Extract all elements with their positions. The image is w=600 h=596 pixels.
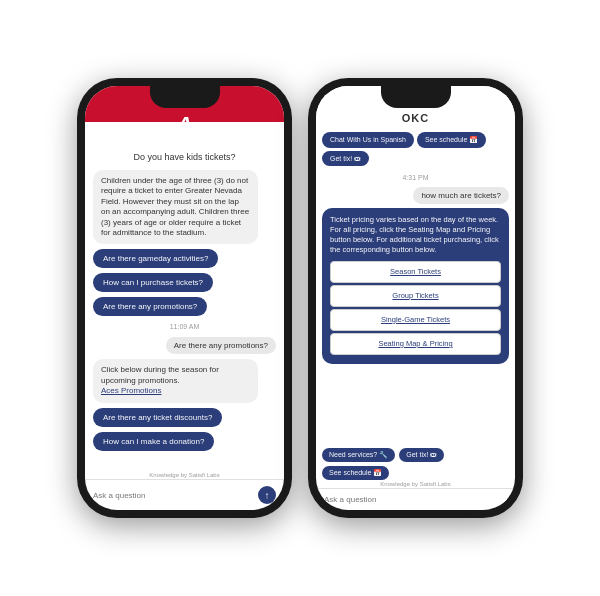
phone1-notch (150, 86, 220, 108)
okc-logo: OKC (402, 112, 429, 124)
phone1-input-area: ↑ (85, 479, 284, 510)
see-schedule-btn-2[interactable]: See schedule 📅 (322, 466, 389, 480)
group-tickets-btn[interactable]: Group Tickets (330, 285, 501, 307)
phone2-body: 4:31 PM how much are tickets? Ticket pri… (316, 170, 515, 448)
time-label-1: 11:09 AM (93, 323, 276, 330)
phone2-search-input[interactable] (324, 495, 507, 504)
bot-answer-2: Click below during the season for upcomi… (93, 359, 258, 402)
time-label-2: 4:31 PM (322, 174, 509, 181)
need-services-btn[interactable]: Need services? 🔧 (322, 448, 395, 462)
quick-btn-gameday[interactable]: Are there gameday activities? (93, 249, 218, 268)
aces-promotions-link[interactable]: Aces Promotions (101, 386, 161, 395)
knowledge-label-1: Knowledge by Satisfi Labs (85, 471, 284, 479)
quick-btn-promotions[interactable]: Are there any promotions? (93, 297, 207, 316)
get-tix-btn-2[interactable]: Get tix! 🎟 (399, 448, 444, 462)
aces-logo: A (177, 112, 193, 138)
season-tickets-btn[interactable]: Season Tickets (330, 261, 501, 283)
get-tix-button[interactable]: Get tix! 🎟 (322, 151, 369, 166)
phone2-input-area (316, 488, 515, 510)
phone2-quick-btns: Chat With Us in Spanish See schedule 📅 G… (316, 128, 515, 170)
see-schedule-button[interactable]: See schedule 📅 (417, 132, 486, 148)
user-message-2: how much are tickets? (413, 187, 509, 204)
seating-map-btn[interactable]: Seating Map & Pricing (330, 333, 501, 355)
phone1: A Do you have kids tickets? Children und… (77, 78, 292, 518)
quick-btn-purchase[interactable]: How can I purchase tickets? (93, 273, 213, 292)
phone2-bot-answer: Ticket pricing varies based on the day o… (322, 208, 509, 364)
phone1-body: Children under the age of three (3) do n… (85, 166, 284, 471)
send-button-1[interactable]: ↑ (258, 486, 276, 504)
phone1-question: Do you have kids tickets? (85, 146, 284, 166)
single-game-tickets-btn[interactable]: Single-Game Tickets (330, 309, 501, 331)
phone2: OKC Chat With Us in Spanish See schedule… (308, 78, 523, 518)
knowledge-label-2: Knowledge by Satisfi Labs (316, 480, 515, 488)
quick-btn-donation[interactable]: How can I make a donation? (93, 432, 214, 451)
quick-btn-discounts[interactable]: Are there any ticket discounts? (93, 408, 222, 427)
service-buttons-row: Need services? 🔧 Get tix! 🎟 See schedule… (316, 448, 515, 480)
chat-spanish-button[interactable]: Chat With Us in Spanish (322, 132, 414, 148)
user-message-1: Are there any promotions? (166, 337, 276, 354)
phone1-search-input[interactable] (93, 491, 258, 500)
bot-answer-1: Children under the age of three (3) do n… (93, 170, 258, 244)
phone2-notch (381, 86, 451, 108)
